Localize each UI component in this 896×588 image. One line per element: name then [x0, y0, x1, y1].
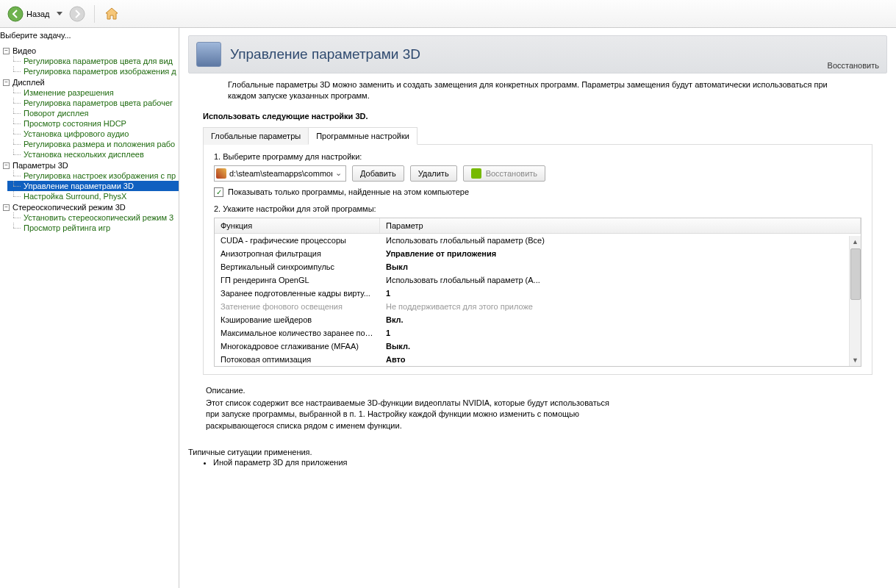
table-row[interactable]: Затенение фонового освещенияНе поддержив… [215, 300, 861, 313]
task-tree: −ВидеоРегулировка параметров цвета для в… [0, 44, 179, 233]
settings-panel: 1. Выберите программу для настройки: ⌄ Д… [203, 145, 872, 375]
program-select[interactable]: ⌄ [214, 165, 346, 182]
tree-group-header[interactable]: −Видео [3, 46, 179, 56]
show-only-label: Показывать только программы, найденные н… [228, 187, 469, 196]
table-row[interactable]: Анизотропная фильтрацияУправление от при… [215, 247, 861, 260]
tab[interactable]: Программные настройки [308, 127, 417, 145]
collapse-icon[interactable]: − [3, 204, 10, 211]
typical-item: Иной параметр 3D для приложения [213, 458, 870, 467]
tree-item[interactable]: Просмотр состояния HDCP [7, 118, 179, 129]
scroll-up-icon[interactable]: ▲ [850, 236, 861, 248]
add-button[interactable]: Добавить [352, 165, 404, 182]
setting-name: ГП рендеринга OpenGL [215, 273, 380, 287]
setting-value[interactable]: 1 [380, 287, 861, 300]
col-function[interactable]: Функция [215, 218, 380, 233]
setting-value[interactable]: Управление от приложения [380, 247, 861, 260]
table-row[interactable]: Кэширование шейдеровВкл. [215, 313, 861, 326]
nvidia-icon [471, 168, 481, 179]
restore-button[interactable]: Восстановить [463, 165, 545, 182]
col-parameter[interactable]: Параметр [380, 218, 861, 233]
setting-value[interactable]: Выкл. [380, 340, 861, 353]
table-row[interactable]: Заранее подготовленные кадры вирту...1 [215, 287, 861, 300]
collapse-icon[interactable]: − [3, 79, 10, 86]
setting-name: CUDA - графические процессоры [215, 234, 380, 247]
forward-button[interactable] [65, 4, 90, 24]
table-row[interactable]: Потоковая оптимизацияАвто [215, 353, 861, 366]
tree-item[interactable]: Установить стереоскопический режим 3 [7, 212, 179, 223]
show-only-checkbox[interactable]: ✓ [214, 187, 223, 197]
chevron-down-icon[interactable]: ⌄ [332, 168, 344, 178]
collapse-icon[interactable]: − [3, 162, 10, 169]
tree-item[interactable]: Регулировка размера и положения рабо [7, 139, 179, 149]
back-label: Назад [26, 10, 50, 18]
table-row[interactable]: Многокадровое сглаживание (MFAA)Выкл. [215, 340, 861, 353]
tree-item[interactable]: Изменение разрешения [7, 87, 179, 98]
tree-group-header[interactable]: −Параметры 3D [3, 160, 179, 171]
setting-name: Затенение фонового освещения [215, 300, 380, 313]
setting-value[interactable]: Вкл. [380, 313, 861, 326]
app-icon [216, 168, 226, 179]
step1-label: 1. Выберите программу для настройки: [214, 152, 861, 161]
setting-value[interactable]: Авто [380, 353, 861, 366]
delete-button[interactable]: Удалить [410, 165, 457, 182]
home-button[interactable] [99, 4, 124, 24]
section-title: Использовать следующие настройки 3D. [203, 112, 887, 121]
typical-usage: Типичные ситуации применения. Иной парам… [188, 448, 870, 467]
scroll-thumb[interactable] [850, 248, 861, 300]
toolbar-separator [94, 5, 95, 23]
tree-item[interactable]: Поворот дисплея [7, 108, 179, 118]
setting-name: Кэширование шейдеров [215, 313, 380, 326]
tree-item[interactable]: Регулировка параметров цвета рабочег [7, 98, 179, 108]
tabs: Глобальные параметрыПрограммные настройк… [203, 126, 872, 145]
chevron-down-icon [57, 12, 62, 16]
setting-value[interactable]: Не поддерживается для этого приложе [380, 300, 861, 313]
tree-item[interactable]: Просмотр рейтинга игр [7, 223, 179, 233]
tree-group-title: Параметры 3D [12, 161, 68, 170]
back-arrow-icon [7, 6, 24, 22]
description-head: Описание. [206, 385, 617, 396]
typical-head: Типичные ситуации применения. [188, 448, 870, 456]
description-body: Этот список содержит все настраиваемые 3… [206, 398, 617, 431]
intro-text: Глобальные параметры 3D можно заменить и… [228, 79, 858, 101]
tree-group-header[interactable]: −Стереоскопический режим 3D [3, 202, 179, 212]
page-header: Управление параметрами 3D Восстановить [188, 35, 887, 74]
tree-group-title: Видео [12, 46, 36, 55]
table-row[interactable]: CUDA - графические процессорыИспользоват… [215, 234, 861, 247]
program-path-field[interactable] [229, 169, 332, 178]
setting-name: Максимальное количество заранее под... [215, 326, 380, 340]
tree-item[interactable]: Регулировка параметров изображения д [7, 66, 179, 76]
scrollbar[interactable]: ▲ ▼ [849, 236, 861, 366]
table-row[interactable]: Максимальное количество заранее под...1 [215, 326, 861, 340]
setting-value[interactable]: Использовать глобальный параметр (Все) [380, 234, 861, 247]
page-title: Управление параметрами 3D [230, 46, 420, 62]
tree-item[interactable]: Управление параметрами 3D [7, 181, 179, 191]
header-3d-icon [196, 42, 221, 67]
description: Описание. Этот список содержит все настр… [206, 385, 617, 432]
svg-point-0 [8, 7, 23, 21]
sidebar: Выберите задачу... −ВидеоРегулировка пар… [0, 28, 179, 588]
step2-label: 2. Укажите настройки для этой программы: [214, 204, 861, 213]
restore-button-label: Восстановить [486, 169, 537, 178]
tree-group-header[interactable]: −Дисплей [3, 77, 179, 87]
back-button[interactable]: Назад [3, 4, 54, 24]
setting-name: Многокадровое сглаживание (MFAA) [215, 340, 380, 353]
setting-value[interactable]: Выкл [380, 260, 861, 273]
tree-item[interactable]: Установка цифрового аудио [7, 129, 179, 139]
table-row[interactable]: Вертикальный синхроимпульсВыкл [215, 260, 861, 273]
setting-value[interactable]: Использовать глобальный параметр (А... [380, 273, 861, 287]
svg-point-1 [70, 7, 85, 21]
setting-name: Заранее подготовленные кадры вирту... [215, 287, 380, 300]
tab[interactable]: Глобальные параметры [203, 127, 309, 145]
back-dropdown[interactable] [56, 7, 63, 21]
setting-value[interactable]: 1 [380, 326, 861, 340]
tree-item[interactable]: Регулировка настроек изображения с пр [7, 171, 179, 181]
tree-item[interactable]: Настройка Surround, PhysX [7, 191, 179, 201]
tree-item[interactable]: Установка нескольких дисплеев [7, 149, 179, 159]
header-restore-link[interactable]: Восстановить [828, 61, 879, 70]
settings-grid: Функция Параметр CUDA - графические проц… [214, 218, 861, 367]
tree-item[interactable]: Регулировка параметров цвета для вид [7, 56, 179, 66]
collapse-icon[interactable]: − [3, 48, 10, 54]
table-row[interactable]: ГП рендеринга OpenGLИспользовать глобаль… [215, 273, 861, 287]
scroll-down-icon[interactable]: ▼ [850, 354, 861, 366]
home-icon [104, 6, 120, 22]
